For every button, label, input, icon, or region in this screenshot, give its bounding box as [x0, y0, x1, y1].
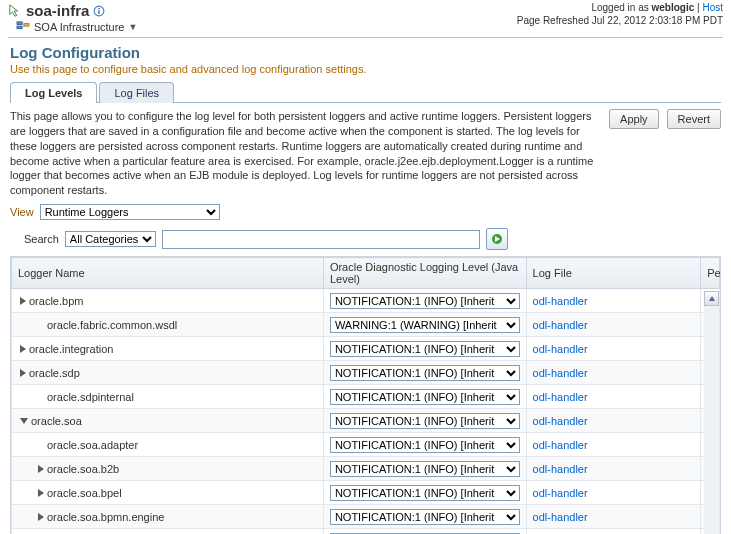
- divider: [8, 37, 723, 38]
- log-file-link[interactable]: odl-handler: [533, 343, 588, 355]
- collapse-icon[interactable]: [20, 418, 28, 424]
- app-title: soa-infra: [26, 2, 89, 19]
- log-level-select[interactable]: NOTIFICATION:1 (INFO) [Inherit: [330, 461, 520, 477]
- logger-name: oracle.fabric.common.wsdl: [47, 319, 177, 331]
- table-row[interactable]: oracle.soaNOTIFICATION:1 (INFO) [Inherit…: [12, 409, 720, 433]
- log-file-link[interactable]: odl-handler: [533, 511, 588, 523]
- svg-rect-1: [99, 10, 101, 14]
- logger-name: oracle.sdpinternal: [47, 391, 134, 403]
- svg-rect-4: [17, 26, 22, 29]
- col-logger-name[interactable]: Logger Name: [12, 258, 324, 289]
- log-file-link[interactable]: odl-handler: [533, 295, 588, 307]
- table-row[interactable]: oracle.sdpinternalNOTIFICATION:1 (INFO) …: [12, 385, 720, 409]
- logger-name: oracle.bpm: [29, 295, 83, 307]
- search-category-select[interactable]: All Categories: [65, 231, 156, 247]
- log-level-select[interactable]: NOTIFICATION:1 (INFO) [Inherit: [330, 413, 520, 429]
- table-row[interactable]: oracle.integrationNOTIFICATION:1 (INFO) …: [12, 337, 720, 361]
- login-info: Logged in as weblogic | Host: [517, 2, 723, 13]
- go-icon: [491, 233, 503, 245]
- tab-log-files[interactable]: Log Files: [99, 82, 174, 103]
- table-row[interactable]: oracle.fabric.common.wsdlWARNING:1 (WARN…: [12, 313, 720, 337]
- logger-name: oracle.soa: [31, 415, 82, 427]
- scroll-up-button[interactable]: [704, 291, 719, 306]
- logger-name: oracle.soa.bpmn.engine: [47, 511, 164, 523]
- expand-icon[interactable]: [38, 513, 44, 521]
- table-row[interactable]: oracle.soa.bpmn.engineNOTIFICATION:1 (IN…: [12, 505, 720, 529]
- search-go-button[interactable]: [486, 228, 508, 250]
- tree-spacer: [38, 393, 44, 401]
- logger-name: oracle.sdp: [29, 367, 80, 379]
- log-file-link[interactable]: odl-handler: [533, 367, 588, 379]
- search-label: Search: [24, 233, 59, 245]
- svg-rect-5: [24, 24, 29, 27]
- infra-icon: [16, 21, 30, 33]
- logger-name: oracle.integration: [29, 343, 113, 355]
- page-description: This page allows you to configure the lo…: [10, 109, 601, 198]
- log-file-link[interactable]: odl-handler: [533, 391, 588, 403]
- page-title: Log Configuration: [0, 44, 731, 61]
- view-select[interactable]: Runtime Loggers: [40, 204, 220, 220]
- infra-menu[interactable]: SOA Infrastructure ▼: [8, 21, 137, 33]
- revert-button[interactable]: Revert: [667, 109, 721, 129]
- logger-name: oracle.soa.b2b: [47, 463, 119, 475]
- log-level-select[interactable]: NOTIFICATION:1 (INFO) [Inherit: [330, 341, 520, 357]
- cursor-icon: [8, 4, 22, 18]
- tree-spacer: [38, 321, 44, 329]
- info-icon[interactable]: [93, 5, 105, 17]
- logger-name: oracle.soa.bpel: [47, 487, 122, 499]
- table-row[interactable]: oracle.soa.b2bNOTIFICATION:1 (INFO) [Inh…: [12, 457, 720, 481]
- tree-spacer: [38, 441, 44, 449]
- log-file-link[interactable]: odl-handler: [533, 463, 588, 475]
- chevron-down-icon: ▼: [128, 22, 137, 32]
- table-row[interactable]: oracle.sdpNOTIFICATION:1 (INFO) [Inherit…: [12, 361, 720, 385]
- log-file-link[interactable]: odl-handler: [533, 487, 588, 499]
- log-file-link[interactable]: odl-handler: [533, 415, 588, 427]
- host-link[interactable]: Host: [702, 2, 723, 13]
- log-level-select[interactable]: NOTIFICATION:1 (INFO) [Inherit: [330, 389, 520, 405]
- apply-button[interactable]: Apply: [609, 109, 659, 129]
- search-input[interactable]: [162, 230, 480, 249]
- log-level-select[interactable]: NOTIFICATION:1 (INFO) [Inherit: [330, 293, 520, 309]
- tab-log-levels[interactable]: Log Levels: [10, 82, 97, 103]
- infra-label: SOA Infrastructure: [34, 21, 124, 33]
- page-header: soa-infra SOA Infrastructure ▼ Logged in…: [0, 0, 731, 33]
- expand-icon[interactable]: [20, 345, 26, 353]
- col-log-file[interactable]: Log File: [526, 258, 701, 289]
- refresh-time: Page Refreshed Jul 22, 2012 2:03:18 PM P…: [517, 15, 723, 26]
- page-hint: Use this page to configure basic and adv…: [0, 61, 731, 81]
- expand-icon[interactable]: [20, 297, 26, 305]
- log-file-link[interactable]: odl-handler: [533, 319, 588, 331]
- tabs: Log Levels Log Files: [10, 81, 721, 103]
- logger-name: oracle.soa.adapter: [47, 439, 138, 451]
- col-log-level[interactable]: Oracle Diagnostic Logging Level (Java Le…: [323, 258, 526, 289]
- view-label: View: [10, 206, 34, 218]
- expand-icon[interactable]: [38, 489, 44, 497]
- log-level-select[interactable]: NOTIFICATION:1 (INFO) [Inherit: [330, 365, 520, 381]
- svg-rect-3: [17, 22, 22, 25]
- vertical-scrollbar[interactable]: [704, 291, 719, 534]
- expand-icon[interactable]: [20, 369, 26, 377]
- table-row[interactable]: oracle.soa.bpmn.jpaNOTIFICATION:1 (INFO)…: [12, 529, 720, 534]
- log-level-select[interactable]: NOTIFICATION:1 (INFO) [Inherit: [330, 509, 520, 525]
- col-persist[interactable]: Pe: [701, 258, 720, 289]
- table-row[interactable]: oracle.soa.adapterNOTIFICATION:1 (INFO) …: [12, 433, 720, 457]
- loggers-table: Logger Name Oracle Diagnostic Logging Le…: [10, 256, 721, 534]
- table-row[interactable]: oracle.soa.bpelNOTIFICATION:1 (INFO) [In…: [12, 481, 720, 505]
- log-file-link[interactable]: odl-handler: [533, 439, 588, 451]
- log-level-select[interactable]: NOTIFICATION:1 (INFO) [Inherit: [330, 437, 520, 453]
- table-row[interactable]: oracle.bpmNOTIFICATION:1 (INFO) [Inherit…: [12, 289, 720, 313]
- log-level-select[interactable]: NOTIFICATION:1 (INFO) [Inherit: [330, 485, 520, 501]
- log-level-select[interactable]: WARNING:1 (WARNING) [Inherit: [330, 317, 520, 333]
- expand-icon[interactable]: [38, 465, 44, 473]
- svg-rect-2: [99, 8, 101, 10]
